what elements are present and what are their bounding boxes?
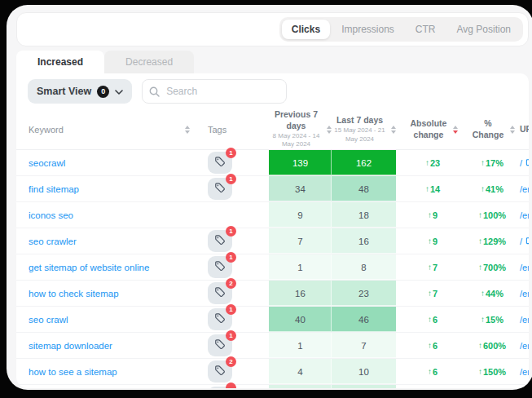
up-arrow-icon: ↑ [478, 263, 482, 272]
percent-change-header: % Change [469, 118, 507, 139]
app-window: Clicks Impressions CTR Avg Position Incr… [0, 0, 532, 398]
url-link[interactable]: /en [520, 289, 529, 298]
up-arrow-icon: ↑ [428, 210, 432, 219]
keyword-link[interactable]: how to check sitemap [29, 289, 119, 298]
url-link[interactable]: / [520, 237, 522, 246]
last-value: 162 [356, 158, 372, 168]
up-arrow-icon: ↑ [481, 184, 485, 193]
url-link[interactable]: /en [520, 367, 529, 377]
up-arrow-icon: ↑ [425, 158, 429, 167]
previous-value: 34 [295, 184, 306, 194]
url-link[interactable]: /en [520, 315, 529, 325]
tag-count-badge: 1 [226, 226, 236, 237]
up-arrow-icon: ↑ [478, 210, 482, 219]
external-link-icon [525, 157, 529, 168]
previous-value: 4 [297, 367, 302, 377]
metric-tab-ctr[interactable]: CTR [406, 20, 446, 39]
keyword-link[interactable]: sitemap downloader [29, 341, 112, 351]
table-row: ↑ ↑ [16, 385, 529, 388]
last-value: 18 [358, 210, 369, 220]
trend-tabbar: Increased Decreased [16, 51, 532, 73]
tag-button[interactable] [208, 387, 232, 388]
last-value: 23 [358, 289, 369, 298]
tag-count-badge: 1 [226, 304, 236, 315]
percent-change-value: 44% [486, 289, 503, 298]
keyword-link[interactable]: find sitemap [29, 184, 79, 194]
url-link[interactable]: /em [520, 210, 529, 220]
tag-button[interactable]: 1 [208, 334, 232, 356]
tag-button[interactable]: 2 [208, 282, 232, 304]
up-arrow-icon: ↑ [428, 263, 432, 272]
sort-keyword-icon[interactable] [185, 126, 190, 134]
absolute-change-value: 23 [430, 158, 440, 168]
up-arrow-icon: ↑ [478, 367, 482, 376]
url-link[interactable]: /en [520, 341, 529, 351]
tag-icon [214, 234, 226, 248]
tag-icon [214, 260, 226, 274]
percent-change-value: 41% [486, 184, 503, 194]
absolute-change-value: 6 [433, 367, 437, 377]
table-body: seocrawl 1 139 162 ↑23 ↑17% / find sitem… [16, 150, 529, 388]
absolute-change-value: 6 [433, 341, 437, 351]
last-period-header: Last 7 days [332, 115, 388, 126]
keyword-link[interactable]: seo crawl [29, 315, 68, 325]
previous-value: 16 [295, 289, 306, 298]
table-row: iconos seo 9 18 ↑9 ↑100% /em [16, 202, 529, 228]
tag-count-badge: 1 [226, 148, 236, 158]
table-row: seo crawler 1 7 16 ↑9 ↑129% / [16, 228, 529, 254]
percent-change-value: 129% [483, 237, 506, 246]
percent-change-value: 100% [483, 210, 506, 220]
previous-value: 40 [295, 315, 306, 325]
absolute-change-value: 9 [433, 237, 437, 246]
up-arrow-icon: ↑ [428, 367, 432, 376]
last-value: 46 [358, 315, 369, 325]
filter-bar: Smart View 0 [16, 73, 529, 109]
tag-button[interactable]: 1 [208, 152, 232, 174]
keyword-link[interactable]: seo crawler [29, 237, 77, 246]
tag-icon [214, 312, 226, 326]
tag-icon [214, 182, 226, 196]
tab-increased[interactable]: Increased [16, 51, 104, 73]
url-link[interactable]: /en [520, 263, 529, 272]
last-value: 16 [358, 237, 369, 246]
url-column-header: URL [520, 124, 529, 135]
percent-change-value: 600% [483, 341, 506, 351]
tag-button[interactable]: 1 [208, 308, 232, 330]
keyword-link[interactable]: iconos seo [29, 210, 73, 220]
url-link[interactable]: /en [520, 184, 529, 194]
previous-period-dates: 8 May 2024 - 14 May 2024 [269, 132, 323, 149]
table-row: seo crawl 1 40 46 ↑6 ↑15% /en [16, 307, 529, 333]
tag-icon [214, 286, 226, 300]
keyword-link[interactable]: get sitemap of website online [29, 263, 149, 272]
smart-view-label: Smart View [37, 86, 91, 97]
url-link[interactable]: / [520, 158, 522, 168]
tag-button[interactable]: 2 [208, 360, 232, 383]
keyword-column-header: Keyword [29, 125, 64, 135]
tab-decreased[interactable]: Decreased [104, 51, 194, 73]
external-link-icon [525, 236, 529, 246]
sort-absolute-icon[interactable] [453, 126, 458, 134]
absolute-change-value: 14 [430, 184, 440, 194]
keyword-link[interactable]: how to see a sitemap [29, 367, 117, 377]
metric-tab-avg-position[interactable]: Avg Position [447, 20, 521, 39]
search-input[interactable] [142, 79, 287, 104]
tag-button[interactable]: 1 [208, 230, 232, 252]
keyword-link[interactable]: seocrawl [29, 158, 65, 168]
up-arrow-icon: ↑ [481, 315, 485, 324]
table-row: how to see a sitemap 2 4 10 ↑6 ↑150% /en [16, 359, 529, 385]
tag-count-badge: 1 [226, 174, 236, 184]
last-value: 7 [361, 341, 366, 351]
smart-view-dropdown[interactable]: Smart View 0 [28, 79, 132, 104]
previous-value: 1 [297, 263, 302, 272]
metric-tab-impressions[interactable]: Impressions [332, 20, 404, 39]
table-header: Keyword Tags Previous 7 days 8 May 2024 … [16, 109, 529, 150]
tag-icon [214, 365, 226, 378]
smart-view-count-badge: 0 [97, 86, 109, 98]
previous-value: 7 [297, 237, 302, 246]
tag-icon [214, 338, 226, 352]
tag-button[interactable]: 1 [208, 256, 232, 278]
metric-tab-clicks[interactable]: Clicks [282, 20, 330, 39]
tag-button[interactable]: 1 [208, 178, 232, 200]
up-arrow-icon: ↑ [428, 341, 432, 350]
tag-count-badge [226, 383, 236, 388]
